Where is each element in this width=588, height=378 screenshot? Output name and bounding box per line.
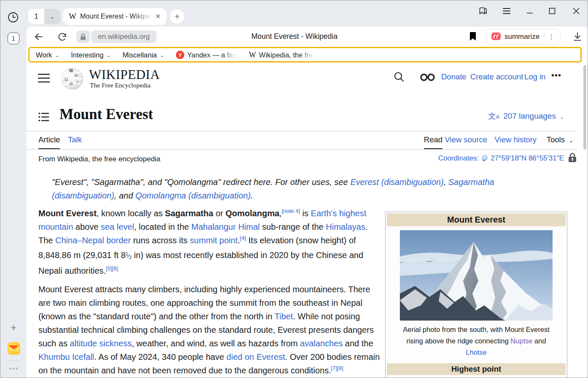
tab-strip: 1 ⌄ W Mount Everest - Wikipedia ✕ + xyxy=(0,0,588,27)
text: . As of May 2024, 340 people have xyxy=(94,352,227,362)
tab-tools[interactable]: Tools xyxy=(547,135,565,144)
site-security-badge[interactable] xyxy=(76,30,90,43)
bookmark-label: Interesting xyxy=(71,51,103,59)
history-clock-icon[interactable] xyxy=(7,11,19,23)
minimize-button[interactable] xyxy=(523,5,536,17)
tab-group-chevron-icon[interactable]: ⌄ xyxy=(44,9,60,24)
summarize-pill[interactable]: summarize ⋮ xyxy=(486,29,561,45)
text-link[interactable]: Lhotse xyxy=(466,348,487,356)
sidebar-add-icon[interactable]: + xyxy=(8,321,19,333)
text: or xyxy=(213,209,226,218)
bookmark-label: Wikipedia, the free xyxy=(259,51,316,59)
chevron-down-icon: ⌄ xyxy=(106,52,111,58)
chevron-down-icon: ⌄ xyxy=(160,52,164,58)
close-button[interactable] xyxy=(570,5,583,17)
active-tab[interactable]: W Mount Everest - Wikipedia ✕ xyxy=(63,8,167,25)
wikipedia-favicon: W xyxy=(249,51,256,60)
text: , located in the xyxy=(134,222,192,231)
language-selector[interactable]: 文A 207 languages ⌄ xyxy=(488,111,564,121)
reference: [5][6] xyxy=(106,265,118,272)
text-link[interactable]: Qomolangma (disambiguation) xyxy=(135,191,251,200)
new-tab-button[interactable]: + xyxy=(170,9,184,24)
svg-text:W: W xyxy=(74,73,78,78)
infobox-section-header: Highest point xyxy=(387,363,566,375)
bookmark-folder-work[interactable]: Work ⌄ xyxy=(36,51,59,59)
reference-link[interactable]: [5][6] xyxy=(106,265,118,272)
text-link[interactable]: avalanches xyxy=(300,339,343,348)
reference-link[interactable]: [note 4] xyxy=(282,208,300,214)
create-account-link[interactable]: Create account xyxy=(470,72,523,82)
wikipedia-wordmark[interactable]: WIKIPEDIA xyxy=(89,67,160,82)
donate-link[interactable]: Donate xyxy=(441,72,467,82)
text-link[interactable]: Nuptse xyxy=(510,337,532,345)
side-panel: 1 + ••• xyxy=(0,27,27,378)
infobox: Mount Everest xyxy=(385,212,567,378)
toolbar-page-title[interactable]: Mount Everest - Wikipedia xyxy=(204,32,385,41)
reference-link[interactable]: [7][8] xyxy=(331,365,343,371)
text-link[interactable]: sea level xyxy=(101,222,134,231)
tab-group-count[interactable]: 1 xyxy=(28,9,44,24)
yandex-favicon: Y xyxy=(176,51,184,59)
wiki-menu-icon[interactable] xyxy=(38,73,51,84)
sidebar-more-icon[interactable]: ••• xyxy=(7,364,21,373)
tab-view-source[interactable]: View source xyxy=(445,135,487,144)
page-protection-lock-icon[interactable] xyxy=(568,153,577,163)
back-button[interactable] xyxy=(33,31,44,42)
bookmark-folder-miscellania[interactable]: Miscellania ⌄ xyxy=(122,51,164,59)
scrollbar-thumb[interactable] xyxy=(583,65,586,150)
hatnote: "Everest", "Sagarmatha", and "Qomolangma… xyxy=(52,175,550,202)
coordinates[interactable]: Coordinates: 27°59′18″N 86°55′31″E xyxy=(438,154,564,163)
bookmark-folder-interesting[interactable]: Interesting ⌄ xyxy=(71,51,111,59)
wikipedia-globe-logo[interactable]: Ω W И 7 xyxy=(59,65,85,92)
bookmark-yandex[interactable]: Y Yandex — a fast In xyxy=(176,51,237,59)
maximize-button[interactable] xyxy=(546,5,558,17)
search-icon[interactable] xyxy=(394,71,405,83)
infobox-row-elevation: Elevation 8,848.86 m (29,031 ft) xyxy=(387,375,566,378)
bookmark-label: Work xyxy=(36,51,52,59)
contents-list-icon[interactable] xyxy=(38,112,49,122)
extension-oo-icon[interactable] xyxy=(420,73,437,82)
text-link[interactable]: Tibet xyxy=(275,312,293,321)
tab-article[interactable]: Article xyxy=(38,135,60,149)
bookmark-wikipedia[interactable]: W Wikipedia, the free xyxy=(249,51,316,60)
address-bar[interactable]: en.wikipedia.org xyxy=(91,30,156,43)
collections-icon[interactable] xyxy=(477,5,490,17)
text-link[interactable]: Everest (disambiguation) xyxy=(350,177,443,187)
sidebar-tab-counter[interactable]: 1 xyxy=(8,33,19,44)
text-link[interactable]: Himalayas xyxy=(326,222,365,231)
text-link[interactable]: Khumbu Icefall xyxy=(38,352,94,362)
tab-read[interactable]: Read xyxy=(424,135,442,149)
text: , and xyxy=(114,191,135,200)
paragraph-1: Mount Everest, known locally as Sagarmat… xyxy=(38,207,381,277)
text-link[interactable]: Mahalangur Himal xyxy=(191,222,259,231)
text-link[interactable]: China–Nepal border xyxy=(55,236,131,245)
everest-photo[interactable] xyxy=(400,230,553,321)
login-link[interactable]: Log in xyxy=(524,72,545,82)
chevron-down-icon: ⌄ xyxy=(569,138,573,144)
tab-close-icon[interactable]: ✕ xyxy=(154,12,162,21)
fraction: 1⁄2 xyxy=(126,253,132,259)
sidebar-divider xyxy=(7,361,20,361)
bookmark-star-icon[interactable] xyxy=(469,31,479,42)
wiki-more-icon[interactable]: ••• xyxy=(551,71,561,80)
page-title: Mount Everest xyxy=(59,106,153,123)
paragraph-2: Mount Everest attracts many climbers, in… xyxy=(38,283,381,377)
browser-menu-icon[interactable] xyxy=(500,5,513,17)
wikipedia-tagline: The Free Encyclopedia xyxy=(90,82,151,89)
reload-button[interactable] xyxy=(57,31,68,42)
text: and the xyxy=(343,339,373,348)
coordinates-value[interactable]: 27°59′18″N 86°55′31″E xyxy=(491,154,564,163)
reference-link[interactable]: [4] xyxy=(240,235,246,241)
infobox-title: Mount Everest xyxy=(387,213,566,226)
summarize-menu-icon[interactable]: ⋮ xyxy=(545,33,558,41)
text-link[interactable]: died on Everest xyxy=(227,352,285,362)
tab-view-history[interactable]: View history xyxy=(495,135,537,144)
summarize-button[interactable]: summarize xyxy=(504,33,539,41)
text-link[interactable]: summit point xyxy=(190,236,237,245)
tab-group[interactable]: 1 ⌄ xyxy=(28,9,60,24)
tab-talk[interactable]: Talk xyxy=(68,135,82,144)
text-link[interactable]: altitude sickness xyxy=(70,339,132,348)
download-icon[interactable] xyxy=(572,31,583,43)
yandex-mail-icon[interactable] xyxy=(7,342,21,355)
infobox-caption: Aerial photo from the south, with Mount … xyxy=(387,321,566,362)
